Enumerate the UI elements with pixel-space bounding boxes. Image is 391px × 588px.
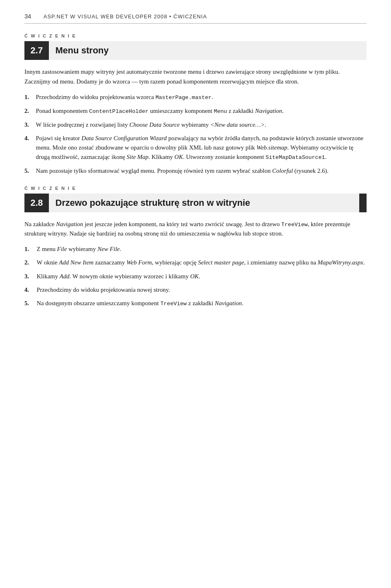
step-number-2-1: 1.: [24, 244, 37, 254]
exercise-title-2: Drzewo pokazujące strukturę stron w witr…: [49, 194, 359, 212]
italic-ok-2: OK: [190, 273, 199, 280]
step-content-2-4: Przechodzimy do widoku projektowania now…: [37, 285, 367, 295]
italic-new-data-source: <New data source…>: [210, 121, 265, 128]
exercise-number-2: 2.8: [24, 194, 49, 212]
code-masterpage: MasterPage.master: [156, 95, 212, 101]
italic-add-new-item: Add New Item: [59, 259, 94, 266]
intro-text-2: Na zakładce Navigation jest jeszcze jede…: [24, 220, 367, 239]
intro-text-1-content: Innym zastosowaniem mapy witryny jest au…: [24, 68, 340, 85]
exercise-bar-2: [359, 194, 367, 212]
cwiczenie-label-2: Ć W I C Z E N I E: [24, 185, 367, 192]
italic-add: Add: [59, 273, 69, 280]
code-treeview-intro: TreeView: [281, 222, 308, 228]
code-sitemap-datasource: SiteMapDataSource1: [266, 154, 325, 161]
steps-list-1: 1. Przechodzimy do widoku projektowania …: [24, 92, 367, 176]
steps-list-2: 1. Z menu File wybieramy New File. 2. W …: [24, 244, 367, 308]
italic-wizard: Data Source Configuration Wizard: [81, 135, 167, 141]
step-1-3: 3. W liście podręcznej z rozwijanej list…: [24, 120, 367, 130]
code-treeview-step: TreeView: [160, 301, 187, 307]
page-number: 34: [24, 11, 31, 21]
italic-colorful: Colorful: [272, 167, 293, 174]
intro-text-1: Innym zastosowaniem mapy witryny jest au…: [24, 67, 367, 86]
italic-file: File: [57, 246, 67, 252]
step-content-1-3: W liście podręcznej z rozwijanej listy C…: [36, 120, 367, 130]
step-number-2-5: 5.: [24, 299, 37, 308]
step-content-1-1: Przechodzimy do widoku projektowania wzo…: [36, 92, 367, 102]
step-1-5: 5. Nam pozostaje tylko sformatować wyglą…: [24, 166, 367, 176]
step-1-1: 1. Przechodzimy do widoku projektowania …: [24, 92, 367, 102]
step-content-1-2: Ponad komponentem ContentPlaceHolder umi…: [36, 106, 367, 116]
step-number-1-5: 5.: [24, 166, 36, 176]
step-content-1-5: Nam pozostaje tylko sformatować wygląd m…: [36, 166, 367, 176]
cwiczenie-label-1: Ć W I C Z E N I E: [24, 33, 367, 40]
step-number-1-4: 4.: [24, 134, 36, 162]
italic-select-master-page: Select master page: [198, 259, 244, 266]
exercise-header-1: 2.7 Menu strony: [24, 41, 367, 60]
italic-websitemap: Web.sitemap: [257, 144, 288, 151]
italic-navigation-2: Navigation: [56, 221, 83, 227]
step-1-2: 2. Ponad komponentem ContentPlaceHolder …: [24, 106, 367, 116]
step-number-1-2: 2.: [24, 106, 36, 116]
step-1-4: 4. Pojawi się kreator Data Source Config…: [24, 134, 367, 162]
italic-choose-data-source: Choose Data Source: [130, 121, 180, 128]
exercise-number-1: 2.7: [24, 41, 49, 60]
section-2: Ć W I C Z E N I E 2.8 Drzewo pokazujące …: [24, 185, 367, 308]
step-content-2-5: Na dostępnym obszarze umieszczamy kompon…: [37, 299, 367, 308]
step-2-4: 4. Przechodzimy do widoku projektowania …: [24, 285, 367, 295]
intro-text-2-content: Na zakładce Navigation jest jeszcze jede…: [24, 221, 350, 237]
step-2-3: 3. Klikamy Add. W nowym oknie wybieramy …: [24, 272, 367, 281]
step-number-1-3: 3.: [24, 120, 36, 130]
step-2-5: 5. Na dostępnym obszarze umieszczamy kom…: [24, 299, 367, 308]
step-content-2-1: Z menu File wybieramy New File.: [37, 244, 367, 254]
step-number-1-1: 1.: [24, 92, 36, 102]
code-menu: Menu: [214, 108, 227, 115]
italic-ok-1: OK: [174, 154, 183, 160]
italic-navigation-3: Navigation: [215, 300, 242, 306]
exercise-header-2: 2.8 Drzewo pokazujące strukturę stron w …: [24, 194, 367, 212]
page-header: 34 ASP.NET w Visual Web Developer 2008 •…: [24, 11, 367, 24]
step-number-2-4: 4.: [24, 285, 37, 295]
section-1: Ć W I C Z E N I E 2.7 Menu strony Innym …: [24, 33, 367, 176]
step-content-2-2: W oknie Add New Item zaznaczamy Web Form…: [37, 258, 367, 267]
exercise-title-1: Menu strony: [49, 41, 367, 60]
code-contentplaceholder: ContentPlaceHolder: [89, 108, 149, 115]
italic-navigation-1: Navigation: [255, 108, 282, 114]
step-number-2-3: 3.: [24, 272, 37, 281]
book-title: ASP.NET w Visual Web Developer 2008 • Ćw…: [44, 13, 207, 21]
italic-sitemap: Site Map: [127, 154, 149, 160]
step-content-2-3: Klikamy Add. W nowym oknie wybieramy wzo…: [37, 272, 367, 281]
step-2-2: 2. W oknie Add New Item zaznaczamy Web F…: [24, 258, 367, 267]
italic-web-form: Web Form: [126, 259, 152, 266]
italic-mapa-witryny: MapaWitryny.aspx: [318, 259, 363, 266]
italic-new-file: New File: [97, 246, 120, 252]
step-number-2-2: 2.: [24, 258, 37, 267]
step-content-1-4: Pojawi się kreator Data Source Configura…: [36, 134, 367, 162]
step-2-1: 1. Z menu File wybieramy New File.: [24, 244, 367, 254]
